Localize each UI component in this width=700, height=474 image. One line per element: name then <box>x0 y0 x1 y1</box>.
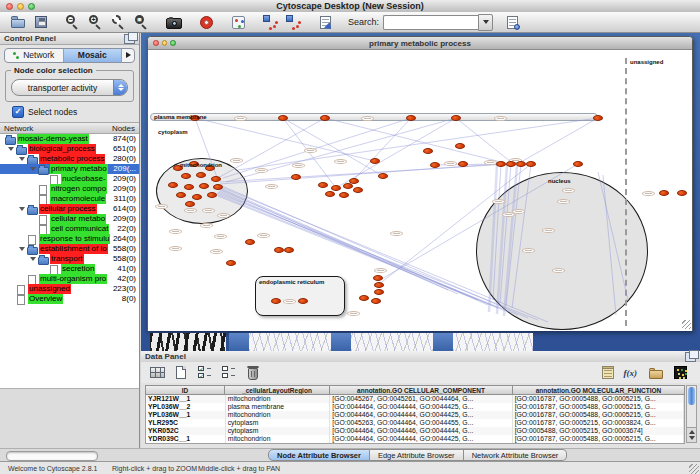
network-node[interactable] <box>176 192 186 198</box>
tree-row[interactable]: unassigned223(0) <box>0 284 139 294</box>
scroll-down-icon[interactable] <box>689 436 695 440</box>
table-row[interactable]: YLR295Ccytoplasm[GO:0045263, GO:0044464,… <box>146 419 684 427</box>
app-resize-grip[interactable] <box>689 464 699 474</box>
tabs-overflow-arrow[interactable] <box>121 49 134 62</box>
network-node[interactable] <box>343 183 353 189</box>
network-node[interactable] <box>339 192 349 198</box>
function-builder-button[interactable] <box>622 364 642 382</box>
network-node[interactable] <box>430 162 440 168</box>
network-node[interactable] <box>291 174 301 180</box>
float-panel-icon[interactable] <box>685 352 696 362</box>
network-node[interactable] <box>370 158 380 164</box>
window-controls[interactable] <box>6 3 35 10</box>
tree-row[interactable]: transport558(0) <box>0 254 139 264</box>
tab-node-attribute-browser[interactable]: Node Attribute Browser <box>268 449 370 461</box>
tree-row[interactable]: biological_process651(0) <box>0 144 139 154</box>
table-row[interactable]: YDR039C__1mitochondrion[GO:0044464, GO:0… <box>146 435 684 443</box>
tree-row[interactable]: nitrogen compo209(0) <box>0 184 139 194</box>
network-node[interactable] <box>211 176 221 182</box>
tree-row[interactable]: primary metabo209(... <box>0 164 139 174</box>
network-node[interactable] <box>271 298 281 304</box>
network-node[interactable] <box>199 183 209 189</box>
network-node[interactable] <box>506 161 516 167</box>
network-canvas[interactable]: plasma membrane cytoplasm mitochondrion … <box>148 50 692 331</box>
node-color-dropdown[interactable]: transporter activity <box>11 79 128 96</box>
expand-icon[interactable] <box>19 247 25 251</box>
close-icon[interactable] <box>6 3 13 10</box>
expand-icon[interactable] <box>19 207 25 211</box>
network-node[interactable] <box>373 275 383 281</box>
search-input[interactable] <box>383 15 478 30</box>
network-node[interactable] <box>659 190 669 196</box>
network-node[interactable] <box>318 182 328 188</box>
label-notes-button[interactable] <box>598 364 618 382</box>
tree-row[interactable]: response to stimulu264(0) <box>0 234 139 244</box>
network-node[interactable] <box>349 178 359 184</box>
network-node[interactable] <box>298 298 308 304</box>
network-node[interactable] <box>423 148 433 154</box>
network-node[interactable] <box>677 190 687 196</box>
column-header[interactable]: annotation.GO CELLULAR_COMPONENT <box>330 385 513 395</box>
network-node[interactable] <box>378 173 388 179</box>
tree-row[interactable]: multi-organism pro42(0) <box>0 274 139 284</box>
network-node[interactable] <box>526 161 536 167</box>
network-node[interactable] <box>320 115 330 121</box>
network-node[interactable] <box>593 115 603 121</box>
net-minimize-icon[interactable] <box>162 40 168 46</box>
help-button[interactable] <box>196 13 216 31</box>
window-resize-grip[interactable] <box>682 320 691 329</box>
zoom-in-button[interactable] <box>86 13 106 31</box>
take-snapshot-button[interactable] <box>164 13 184 31</box>
float-panel-icon[interactable] <box>124 34 135 44</box>
network-window-titlebar[interactable]: primary metabolic process <box>148 37 692 50</box>
net-close-icon[interactable] <box>153 40 159 46</box>
tab-edge-attribute-browser[interactable]: Edge Attribute Browser <box>370 449 464 461</box>
tree-row[interactable]: cell communicat22(0) <box>0 224 139 234</box>
maximize-icon[interactable] <box>28 3 35 10</box>
network-node[interactable] <box>181 173 191 179</box>
column-header[interactable]: _cellularLayoutRegion <box>225 385 330 395</box>
network-node[interactable] <box>226 260 236 266</box>
select-nodes-checkbox[interactable]: ✓ <box>12 106 24 118</box>
network-node[interactable] <box>374 289 384 295</box>
network-node[interactable] <box>185 201 195 207</box>
select-all-attributes-button[interactable] <box>195 364 215 382</box>
filter-button[interactable] <box>283 13 303 31</box>
search-dropdown-icon[interactable] <box>478 14 493 31</box>
select-attributes-button[interactable] <box>147 364 167 382</box>
expand-icon[interactable] <box>19 157 25 161</box>
save-session-button[interactable] <box>31 13 51 31</box>
net-maximize-icon[interactable] <box>170 40 176 46</box>
network-node[interactable] <box>359 295 369 301</box>
network-node[interactable] <box>278 115 288 121</box>
zoom-out-button[interactable] <box>63 13 83 31</box>
network-node[interactable] <box>353 187 363 193</box>
annotation-button[interactable] <box>315 13 335 31</box>
scrollbar-thumb[interactable] <box>688 387 695 405</box>
expand-icon[interactable] <box>30 257 36 261</box>
tree-row[interactable]: cellular process614(0) <box>0 204 139 214</box>
matrix-view-button[interactable] <box>670 364 690 382</box>
network-node[interactable] <box>406 115 416 121</box>
network-node[interactable] <box>213 184 223 190</box>
network-node[interactable] <box>451 115 461 121</box>
vizmapper-button[interactable] <box>260 13 280 31</box>
tree-row[interactable]: Overview8(0) <box>0 294 139 304</box>
network-node[interactable] <box>284 247 294 253</box>
tree-row[interactable]: establishment of lo558(0) <box>0 244 139 254</box>
table-scrollbar[interactable] <box>686 385 697 443</box>
column-header[interactable]: ID <box>145 385 225 395</box>
open-file-button[interactable] <box>8 13 28 31</box>
tree-row[interactable]: secretion41(0) <box>0 264 139 274</box>
create-attribute-button[interactable] <box>171 364 191 382</box>
table-row[interactable]: YPL036W__1mitochondrion[GO:0044464, GO:0… <box>146 411 684 419</box>
network-node[interactable] <box>573 161 583 167</box>
network-node[interactable] <box>331 185 341 191</box>
tree-row[interactable]: macromolecule311(0) <box>0 194 139 204</box>
network-node[interactable] <box>374 282 384 288</box>
network-node[interactable] <box>207 192 217 198</box>
table-row[interactable]: YJR121W__1mitochondrion[GO:0045267, GO:0… <box>146 395 684 403</box>
table-row[interactable]: YPL036W__2plasma membrane[GO:0044464, GO… <box>146 403 684 411</box>
network-node[interactable] <box>196 172 206 178</box>
tab-network-attribute-browser[interactable]: Network Attribute Browser <box>464 449 568 461</box>
